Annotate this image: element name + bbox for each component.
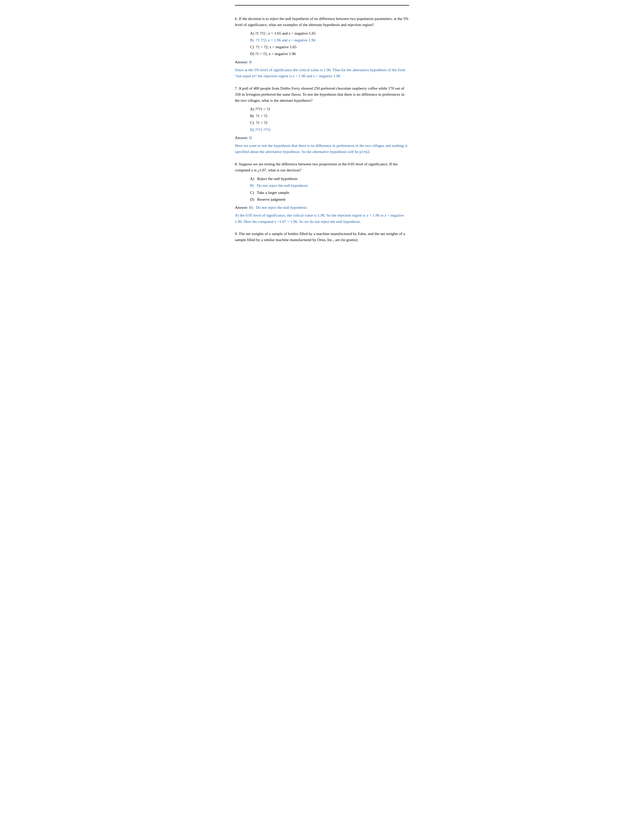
q8-option-b: B) Do not reject the null hypothesis	[250, 182, 409, 189]
question-9-number: 9	[235, 232, 237, 236]
q6-option-c-label: C)	[250, 45, 254, 49]
q8-answer-prefix: Answer:	[235, 205, 248, 209]
q7-option-c-label: C)	[250, 121, 254, 125]
q8-answer-suffix: Do not reject the null hypothesis	[256, 205, 307, 209]
q7-option-d-text: ???1 ???2	[255, 127, 270, 132]
q6-option-a: A) ?1 ??2 ; z > 1.65 and z < negative 1.…	[250, 30, 409, 37]
q7-option-d-label: D)	[250, 127, 254, 132]
q7-option-c: C) ?1 = ?2	[250, 119, 409, 126]
q8-option-c: C) Take a larger sample	[250, 189, 409, 196]
q8-option-b-label: B)	[250, 183, 254, 188]
q8-answer-letter: B)	[249, 205, 253, 209]
q6-option-a-label: A)	[250, 31, 254, 35]
q6-answer-prefix: Answer:	[235, 60, 248, 64]
q6-option-b-label: B)	[250, 38, 254, 42]
q6-option-c: C) ?1 > ?2; z < negative 1.65	[250, 43, 409, 50]
question-8-number: 8	[235, 162, 237, 166]
question-7-body: A poll of 400 people from Dobbs Ferry sh…	[235, 86, 404, 103]
q7-answer: Answer: D	[235, 135, 409, 140]
q7-answer-prefix: Answer:	[235, 135, 248, 140]
q7-option-b-label: B)	[250, 114, 254, 118]
question-7-block: 7. A poll of 400 people from Dobbs Ferry…	[235, 85, 409, 155]
question-6-text: 6. If the decision is to reject the null…	[235, 16, 409, 28]
question-9-block: 9. The net weights of a sample of bottle…	[235, 231, 409, 243]
q8-option-a-label: A)	[250, 177, 254, 181]
q6-option-a-text: ?1 ??2 ; z > 1.65 and z < negative 1.65	[255, 31, 316, 35]
question-6-body: If the decision is to reject the null hy…	[235, 16, 408, 27]
q8-option-c-label: C)	[250, 190, 254, 195]
q8-option-a: A) Reject the null hypothesis	[250, 175, 409, 182]
question-6-number: 6	[235, 16, 237, 21]
q6-option-d-text: ?1 > ?2; z < negative 1.96	[255, 51, 296, 56]
q6-option-d: D) ?1 > ?2; z < negative 1.96	[250, 50, 409, 57]
q6-option-c-text: ?1 > ?2; z < negative 1.65	[256, 45, 296, 49]
q8-option-b-text: Do not reject the null hypothesis	[257, 183, 308, 188]
q7-option-b: B) ?1 > ?2	[250, 113, 409, 119]
q7-option-b-text: ?1 > ?2	[256, 114, 267, 118]
question-8-body: Suppose we are testing the difference be…	[235, 162, 398, 172]
page: 6. If the decision is to reject the null…	[215, 0, 429, 278]
q8-option-c-text: Take a larger sample	[257, 190, 289, 195]
q6-answer-letter: B	[249, 60, 251, 64]
q7-option-a-text: ???1 < ?2	[255, 107, 270, 111]
q8-option-d-text: Reserve judgment	[257, 197, 285, 201]
q7-explanation: Here we want to test the hypothesis that…	[235, 143, 409, 155]
question-7-text: 7. A poll of 400 people from Dobbs Ferry…	[235, 85, 409, 103]
q6-answer: Answer: B	[235, 60, 409, 64]
question-9-body: The net weights of a sample of bottles f…	[235, 232, 405, 242]
question-9-text: 9. The net weights of a sample of bottle…	[235, 231, 409, 243]
q8-explanation: At the 0.05 level of significance, the c…	[235, 212, 409, 225]
q8-answer: Answer: B) Do not reject the null hypoth…	[235, 205, 409, 210]
q8-option-d: D) Reserve judgment	[250, 196, 409, 203]
q6-explanation: Since at the 5% level of significance th…	[235, 67, 409, 79]
question-8-block: 8. Suppose we are testing the difference…	[235, 161, 409, 225]
question-7-options: A) ???1 < ?2 B) ?1 > ?2 C) ?1 = ?2 D) ??…	[250, 106, 409, 133]
q6-option-b: B) ?1 ??2; z > 1.96 and z < negative 1.9…	[250, 37, 409, 43]
q7-option-a: A) ???1 < ?2	[250, 106, 409, 113]
question-6-options: A) ?1 ??2 ; z > 1.65 and z < negative 1.…	[250, 30, 409, 57]
q7-option-c-text: ?1 = ?2	[256, 121, 267, 125]
q7-answer-letter: D	[249, 135, 252, 140]
top-border	[235, 5, 409, 6]
q7-option-a-label: A)	[250, 107, 254, 111]
q7-option-d: D) ???1 ???2	[250, 126, 409, 133]
q8-option-d-label: D)	[250, 197, 254, 201]
question-6-block: 6. If the decision is to reject the null…	[235, 16, 409, 79]
question-8-options: A) Reject the null hypothesis B) Do not …	[250, 175, 409, 203]
q8-option-a-text: Reject the null hypothesis	[257, 177, 298, 181]
q6-option-b-text: ?1 ??2; z > 1.96 and z < negative 1.96	[256, 38, 316, 42]
question-7-number: 7	[235, 86, 237, 90]
question-8-text: 8. Suppose we are testing the difference…	[235, 161, 409, 173]
q6-option-d-label: D)	[250, 51, 254, 56]
